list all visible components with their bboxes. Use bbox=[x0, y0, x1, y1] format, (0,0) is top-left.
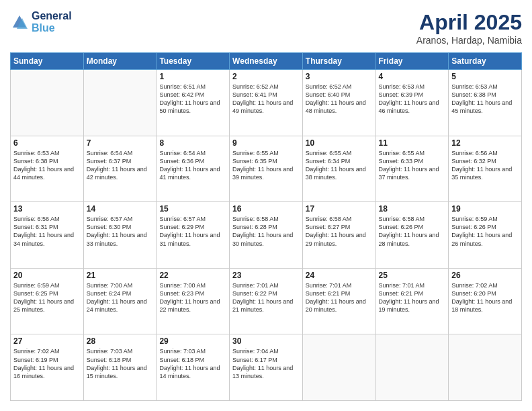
calendar-cell: 28Sunrise: 7:03 AM Sunset: 6:18 PM Dayli… bbox=[83, 334, 157, 401]
calendar-cell bbox=[11, 70, 84, 136]
cell-details: Sunrise: 6:51 AM Sunset: 6:42 PM Dayligh… bbox=[159, 83, 226, 116]
cell-details: Sunrise: 7:03 AM Sunset: 6:18 PM Dayligh… bbox=[87, 347, 154, 380]
day-number: 10 bbox=[306, 138, 373, 148]
calendar-cell: 3Sunrise: 6:52 AM Sunset: 6:40 PM Daylig… bbox=[302, 70, 375, 136]
cell-details: Sunrise: 7:01 AM Sunset: 6:21 PM Dayligh… bbox=[379, 281, 446, 314]
cell-details: Sunrise: 7:00 AM Sunset: 6:23 PM Dayligh… bbox=[159, 281, 226, 314]
day-header-monday: Monday bbox=[83, 53, 157, 70]
cell-details: Sunrise: 6:54 AM Sunset: 6:37 PM Dayligh… bbox=[87, 149, 154, 182]
cell-details: Sunrise: 7:03 AM Sunset: 6:18 PM Dayligh… bbox=[159, 347, 226, 380]
calendar-cell: 22Sunrise: 7:00 AM Sunset: 6:23 PM Dayli… bbox=[157, 268, 230, 334]
calendar-cell: 24Sunrise: 7:01 AM Sunset: 6:21 PM Dayli… bbox=[302, 268, 375, 334]
day-number: 26 bbox=[451, 271, 519, 280]
cell-details: Sunrise: 7:00 AM Sunset: 6:24 PM Dayligh… bbox=[87, 281, 154, 314]
cell-details: Sunrise: 6:52 AM Sunset: 6:41 PM Dayligh… bbox=[232, 83, 300, 116]
day-number: 17 bbox=[306, 204, 373, 214]
day-header-sunday: Sunday bbox=[11, 53, 84, 70]
calendar-cell: 10Sunrise: 6:55 AM Sunset: 6:34 PM Dayli… bbox=[302, 136, 375, 202]
day-number: 18 bbox=[379, 204, 446, 214]
day-number: 14 bbox=[87, 204, 154, 214]
cell-details: Sunrise: 6:59 AM Sunset: 6:26 PM Dayligh… bbox=[451, 215, 519, 248]
calendar-cell: 14Sunrise: 6:57 AM Sunset: 6:30 PM Dayli… bbox=[83, 202, 157, 269]
calendar-cell: 5Sunrise: 6:53 AM Sunset: 6:38 PM Daylig… bbox=[449, 70, 522, 136]
day-number: 28 bbox=[87, 336, 154, 346]
day-number: 3 bbox=[306, 72, 373, 81]
day-number: 11 bbox=[379, 138, 446, 148]
cell-details: Sunrise: 6:55 AM Sunset: 6:35 PM Dayligh… bbox=[232, 149, 300, 182]
cell-details: Sunrise: 6:58 AM Sunset: 6:28 PM Dayligh… bbox=[232, 215, 300, 248]
calendar-cell: 13Sunrise: 6:56 AM Sunset: 6:31 PM Dayli… bbox=[11, 202, 84, 269]
cell-details: Sunrise: 6:55 AM Sunset: 6:33 PM Dayligh… bbox=[379, 149, 446, 182]
day-number: 30 bbox=[232, 336, 300, 346]
cell-details: Sunrise: 6:52 AM Sunset: 6:40 PM Dayligh… bbox=[306, 83, 373, 116]
calendar-cell: 18Sunrise: 6:58 AM Sunset: 6:26 PM Dayli… bbox=[375, 202, 449, 269]
day-number: 15 bbox=[159, 204, 226, 214]
day-number: 1 bbox=[159, 72, 226, 81]
cell-details: Sunrise: 6:57 AM Sunset: 6:30 PM Dayligh… bbox=[87, 215, 154, 248]
day-number: 2 bbox=[232, 72, 300, 81]
day-header-friday: Friday bbox=[375, 53, 449, 70]
cell-details: Sunrise: 6:58 AM Sunset: 6:26 PM Dayligh… bbox=[379, 215, 446, 248]
day-header-thursday: Thursday bbox=[302, 53, 375, 70]
calendar-cell: 29Sunrise: 7:03 AM Sunset: 6:18 PM Dayli… bbox=[157, 334, 230, 401]
day-number: 19 bbox=[451, 204, 519, 214]
calendar-week-row: 1Sunrise: 6:51 AM Sunset: 6:42 PM Daylig… bbox=[11, 70, 522, 136]
cell-details: Sunrise: 7:04 AM Sunset: 6:17 PM Dayligh… bbox=[232, 347, 300, 380]
day-number: 6 bbox=[13, 138, 81, 148]
day-header-saturday: Saturday bbox=[449, 53, 522, 70]
day-number: 5 bbox=[451, 72, 519, 81]
cell-details: Sunrise: 6:54 AM Sunset: 6:36 PM Dayligh… bbox=[159, 149, 226, 182]
day-number: 12 bbox=[451, 138, 519, 148]
calendar-cell: 7Sunrise: 6:54 AM Sunset: 6:37 PM Daylig… bbox=[83, 136, 157, 202]
calendar-week-row: 13Sunrise: 6:56 AM Sunset: 6:31 PM Dayli… bbox=[11, 202, 522, 269]
cell-details: Sunrise: 6:58 AM Sunset: 6:27 PM Dayligh… bbox=[306, 215, 373, 248]
calendar-cell: 17Sunrise: 6:58 AM Sunset: 6:27 PM Dayli… bbox=[302, 202, 375, 269]
day-number: 16 bbox=[232, 204, 300, 214]
calendar-cell: 26Sunrise: 7:02 AM Sunset: 6:20 PM Dayli… bbox=[449, 268, 522, 334]
calendar-cell: 20Sunrise: 6:59 AM Sunset: 6:25 PM Dayli… bbox=[11, 268, 84, 334]
calendar-cell: 11Sunrise: 6:55 AM Sunset: 6:33 PM Dayli… bbox=[375, 136, 449, 202]
day-number: 21 bbox=[87, 271, 154, 280]
calendar-cell: 23Sunrise: 7:01 AM Sunset: 6:22 PM Dayli… bbox=[230, 268, 303, 334]
calendar-cell: 4Sunrise: 6:53 AM Sunset: 6:39 PM Daylig… bbox=[375, 70, 449, 136]
cell-details: Sunrise: 6:55 AM Sunset: 6:34 PM Dayligh… bbox=[306, 149, 373, 182]
day-number: 20 bbox=[13, 271, 81, 280]
day-number: 25 bbox=[379, 271, 446, 280]
calendar-cell: 21Sunrise: 7:00 AM Sunset: 6:24 PM Dayli… bbox=[83, 268, 157, 334]
day-number: 22 bbox=[159, 271, 226, 280]
page: General Blue April 2025 Aranos, Hardap, … bbox=[0, 0, 532, 411]
calendar-cell: 9Sunrise: 6:55 AM Sunset: 6:35 PM Daylig… bbox=[230, 136, 303, 202]
calendar-cell: 2Sunrise: 6:52 AM Sunset: 6:41 PM Daylig… bbox=[230, 70, 303, 136]
calendar-table: SundayMondayTuesdayWednesdayThursdayFrid… bbox=[10, 52, 522, 401]
calendar-cell: 25Sunrise: 7:01 AM Sunset: 6:21 PM Dayli… bbox=[375, 268, 449, 334]
logo-icon bbox=[10, 13, 29, 32]
calendar-cell: 12Sunrise: 6:56 AM Sunset: 6:32 PM Dayli… bbox=[449, 136, 522, 202]
cell-details: Sunrise: 6:56 AM Sunset: 6:32 PM Dayligh… bbox=[451, 149, 519, 182]
day-number: 29 bbox=[159, 336, 226, 346]
calendar-week-row: 27Sunrise: 7:02 AM Sunset: 6:19 PM Dayli… bbox=[11, 334, 522, 401]
cell-details: Sunrise: 6:56 AM Sunset: 6:31 PM Dayligh… bbox=[13, 215, 81, 248]
logo: General Blue bbox=[10, 10, 72, 34]
cell-details: Sunrise: 6:53 AM Sunset: 6:39 PM Dayligh… bbox=[379, 83, 446, 116]
calendar-cell: 6Sunrise: 6:53 AM Sunset: 6:38 PM Daylig… bbox=[11, 136, 84, 202]
subtitle: Aranos, Hardap, Namibia bbox=[416, 35, 522, 46]
day-number: 4 bbox=[379, 72, 446, 81]
calendar-cell bbox=[302, 334, 375, 401]
day-header-wednesday: Wednesday bbox=[230, 53, 303, 70]
cell-details: Sunrise: 7:02 AM Sunset: 6:19 PM Dayligh… bbox=[13, 347, 81, 380]
day-number: 13 bbox=[13, 204, 81, 214]
calendar-cell bbox=[375, 334, 449, 401]
day-number: 8 bbox=[159, 138, 226, 148]
calendar-cell bbox=[449, 334, 522, 401]
title-area: April 2025 Aranos, Hardap, Namibia bbox=[416, 10, 522, 46]
cell-details: Sunrise: 6:53 AM Sunset: 6:38 PM Dayligh… bbox=[13, 149, 81, 182]
cell-details: Sunrise: 6:53 AM Sunset: 6:38 PM Dayligh… bbox=[451, 83, 519, 116]
day-number: 9 bbox=[232, 138, 300, 148]
day-number: 23 bbox=[232, 271, 300, 280]
day-number: 27 bbox=[13, 336, 81, 346]
cell-details: Sunrise: 6:59 AM Sunset: 6:25 PM Dayligh… bbox=[13, 281, 81, 314]
calendar-header-row: SundayMondayTuesdayWednesdayThursdayFrid… bbox=[11, 53, 522, 70]
header: General Blue April 2025 Aranos, Hardap, … bbox=[10, 10, 522, 46]
cell-details: Sunrise: 7:01 AM Sunset: 6:21 PM Dayligh… bbox=[306, 281, 373, 314]
cell-details: Sunrise: 6:57 AM Sunset: 6:29 PM Dayligh… bbox=[159, 215, 226, 248]
